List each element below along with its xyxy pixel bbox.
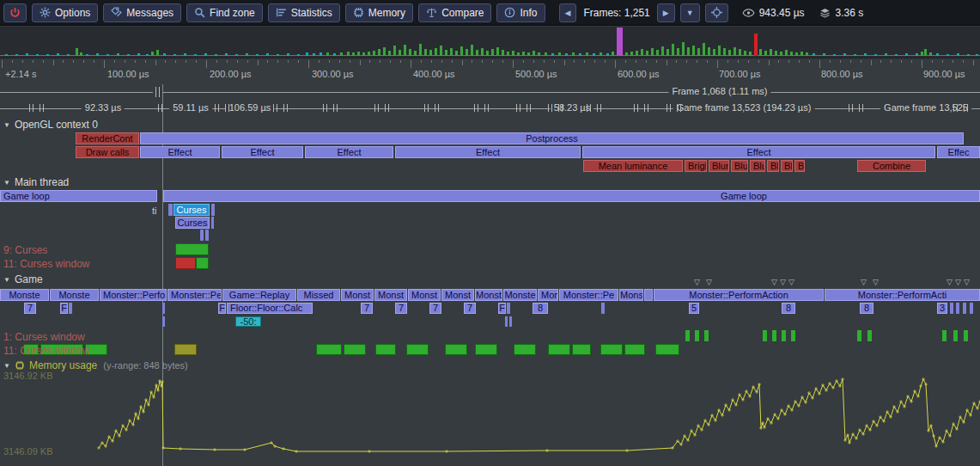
zone[interactable] — [956, 303, 959, 314]
zone[interactable] — [791, 330, 795, 341]
frame-marker-icon[interactable]: ▽ — [771, 279, 777, 286]
zone[interactable] — [174, 344, 197, 355]
frame-marker-icon[interactable]: ▽ — [861, 279, 867, 286]
collapse-arrow-icon[interactable]: ▼ — [3, 276, 10, 284]
zone[interactable] — [514, 344, 536, 355]
zone[interactable] — [964, 330, 968, 341]
zone[interactable]: Effec — [937, 146, 980, 158]
zone[interactable] — [857, 330, 861, 341]
frame-title[interactable]: Frame 1,068 (1.11 ms) — [668, 86, 770, 96]
compare-button[interactable]: Compare — [418, 3, 491, 22]
zone[interactable]: F — [218, 303, 226, 314]
frame-marker-icon[interactable]: ▽ — [788, 279, 794, 286]
zone[interactable] — [162, 316, 165, 327]
zone[interactable]: 7 — [464, 303, 476, 314]
zone[interactable] — [772, 330, 776, 341]
zone[interactable]: Draw calls — [76, 146, 139, 158]
messages-button[interactable]: Messages — [103, 3, 181, 22]
zone[interactable]: Monst — [408, 289, 441, 301]
zone[interactable]: 8 — [533, 303, 548, 314]
zone[interactable] — [211, 217, 214, 229]
zone[interactable] — [867, 330, 872, 341]
zone[interactable]: Curses — [175, 217, 210, 229]
frame-marker-icon[interactable]: ▽ — [947, 279, 953, 286]
frame-marker-icon[interactable]: ▽ — [706, 279, 712, 286]
collapse-arrow-icon[interactable]: ▼ — [3, 121, 10, 129]
zone[interactable] — [205, 230, 209, 241]
zone[interactable] — [196, 257, 209, 269]
zone[interactable]: 7 — [361, 303, 373, 314]
statistics-button[interactable]: Statistics — [268, 3, 340, 22]
zone[interactable] — [572, 344, 591, 355]
zone[interactable] — [953, 330, 958, 341]
zone[interactable]: Monster::PerformA — [100, 289, 167, 301]
frame-range-label[interactable]: 92.33 µs — [82, 102, 125, 113]
memory-button[interactable]: Memory — [345, 3, 413, 22]
find-zone-button[interactable]: Find zone — [186, 3, 263, 22]
zone[interactable] — [175, 243, 209, 255]
zone[interactable]: Monst — [441, 289, 474, 301]
zone[interactable]: 3 — [937, 303, 947, 314]
zone[interactable]: 5 — [689, 303, 699, 314]
zone[interactable]: 7 — [429, 303, 441, 314]
zone[interactable] — [685, 330, 690, 341]
zone[interactable] — [211, 204, 215, 216]
zone[interactable]: Blur — [767, 160, 779, 172]
memory-usage-header[interactable]: ▼Memory usage(y-range: 848 bytes) — [3, 359, 188, 371]
frame-marker-icon[interactable]: ▽ — [873, 279, 879, 286]
zone[interactable]: Monste — [50, 289, 99, 301]
frame-range-label[interactable]: Game frame 13,523 (194.23 µs) — [673, 102, 815, 113]
options-button[interactable]: Options — [32, 3, 98, 22]
zone[interactable] — [704, 330, 709, 341]
zone[interactable] — [601, 303, 605, 314]
timeline-stage[interactable]: +2.14 s100.00 µs200.00 µs300.00 µs400.00… — [0, 0, 980, 466]
zone[interactable] — [475, 344, 497, 355]
zone[interactable]: Blur — [794, 160, 805, 172]
zone[interactable]: Mean luminance — [583, 160, 683, 172]
zone[interactable] — [548, 344, 570, 355]
zone[interactable]: Floor::Floor::Calc — [227, 303, 313, 314]
collapse-arrow-icon[interactable]: ▼ — [3, 179, 10, 187]
frame-range-label[interactable]: 59.11 µs — [169, 102, 212, 113]
zone[interactable]: Game::Replay — [222, 289, 296, 301]
zone[interactable] — [406, 344, 429, 355]
zone[interactable]: Effect — [222, 146, 303, 158]
zone[interactable]: Monst — [475, 289, 502, 301]
zone[interactable]: Monster::PerformActi — [825, 289, 980, 301]
zone[interactable]: Game loop — [0, 190, 157, 202]
zone[interactable] — [200, 230, 204, 241]
focus-frame-button[interactable] — [705, 3, 728, 22]
zone[interactable]: Blur — [781, 160, 793, 172]
prev-frame-button[interactable]: ◀ — [559, 3, 577, 22]
zone[interactable]: Combine — [857, 160, 926, 172]
zone[interactable]: Monst — [374, 289, 407, 301]
zone[interactable]: Game loop — [163, 190, 980, 202]
zone[interactable] — [695, 330, 699, 341]
zone[interactable]: Effect — [582, 146, 935, 158]
zone[interactable]: RenderCont — [76, 132, 139, 144]
zone[interactable] — [507, 303, 510, 314]
next-frame-button[interactable]: ▶ — [657, 3, 675, 22]
zone[interactable]: 8 — [860, 303, 873, 314]
frames-overview[interactable] — [0, 27, 980, 58]
zone[interactable] — [168, 204, 173, 216]
zone[interactable]: 8 — [782, 303, 795, 314]
collapse-arrow-icon[interactable]: ▼ — [3, 362, 10, 370]
zone[interactable]: Monster::Pe — [167, 289, 222, 301]
zone[interactable]: F — [60, 303, 68, 314]
zone[interactable]: Monste — [0, 289, 49, 301]
zone[interactable]: F — [498, 303, 506, 314]
zone[interactable] — [782, 330, 786, 341]
zone[interactable] — [970, 303, 973, 314]
frame-marker-icon[interactable]: ▽ — [780, 279, 786, 286]
zone[interactable] — [445, 344, 467, 355]
zone[interactable]: Monster::PerformAction — [654, 289, 824, 301]
info-button[interactable]: Info — [496, 3, 545, 22]
zone[interactable]: Effect — [395, 146, 581, 158]
zone[interactable]: Monst — [341, 289, 374, 301]
zone[interactable]: Blur — [750, 160, 765, 172]
zone[interactable] — [763, 330, 767, 341]
zone[interactable]: Mons — [538, 289, 558, 301]
zone[interactable]: 7 — [24, 303, 36, 314]
frame-range-label[interactable]: 106.59 µs — [226, 102, 275, 113]
